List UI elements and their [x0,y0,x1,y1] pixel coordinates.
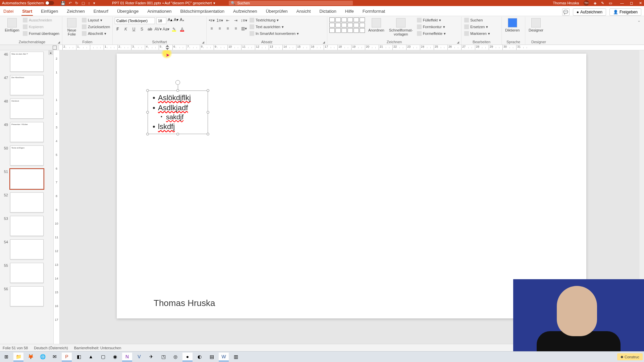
shapes-gallery[interactable] [329,17,365,33]
copy-button[interactable]: Kopieren [22,24,60,29]
window-icon[interactable]: ▭ [609,1,612,5]
strike-button[interactable]: ab [147,26,153,32]
shape-effects-button[interactable]: Formeffekte ▾ [416,31,447,36]
slide-thumbnail[interactable]: 51 [2,169,53,189]
collapse-ribbon-icon[interactable]: ⌄ [637,18,641,23]
shadow-button[interactable]: S [139,26,145,32]
obs-icon[interactable]: ◎ [170,353,180,361]
accessibility-status[interactable]: Barrierefreiheit: Untersuchen [73,346,121,350]
bullet-item[interactable]: sakdjf [161,113,205,122]
explorer-icon[interactable]: 📁 [13,353,23,361]
tab-selector[interactable] [53,46,57,50]
highlight-button[interactable]: ✎ [171,26,177,32]
shape-fill-button[interactable]: Fülleffekt ▾ [416,17,447,23]
comments-button[interactable]: 💬 [562,8,570,16]
app-icon[interactable]: ● [182,353,193,361]
slide-thumbnail[interactable]: 53 [2,216,53,236]
launcher-icon[interactable]: ◢ [323,41,325,44]
slide-thumbnail[interactable]: 50Texte einfügen [2,145,53,166]
shrink-font-icon[interactable]: A▾ [174,17,178,24]
app-icon[interactable]: ◧ [74,353,84,361]
share-button[interactable]: 👤 Freigeben [609,8,641,16]
slide-thumbnail[interactable]: 48Handout [2,99,53,119]
tab-transitions[interactable]: Übergänge [116,7,139,16]
visio-icon[interactable]: V [134,353,144,361]
undo-icon[interactable]: ↶ [69,1,72,5]
resize-handle[interactable] [176,133,179,135]
grow-font-icon[interactable]: A▴ [168,17,172,24]
resize-handle[interactable] [207,89,209,92]
launcher-icon[interactable]: ◢ [202,41,204,44]
align-right-button[interactable]: ≡ [225,25,231,32]
tab-record[interactable]: Aufzeichnen [232,7,258,16]
underline-button[interactable]: U [131,26,137,32]
text-direction-button[interactable]: Textrichtung ▾ [249,17,300,23]
bullet-item[interactable]: Asdlkjadf [153,103,205,113]
justify-button[interactable]: ≡ [233,25,239,32]
onenote-icon[interactable]: N [122,353,132,361]
user-name[interactable]: Thomas Hruska [553,1,579,5]
slide-thumbnail[interactable]: 47Der Abschluss [2,75,53,95]
vlc-icon[interactable]: ▲ [86,353,96,361]
slide-thumbnail[interactable]: 46Was ist dein Ziel ? [2,52,53,72]
paste-button[interactable]: Einfügen [4,17,20,33]
launcher-icon[interactable]: ◢ [58,41,60,44]
tab-view[interactable]: Ansicht [296,7,312,16]
maximize-icon[interactable]: ◻ [630,1,633,5]
save-icon[interactable]: 💾 [61,1,65,5]
align-center-button[interactable]: ≡ [217,25,223,32]
tab-start[interactable]: Start [21,7,33,16]
start-button[interactable]: ⊞ [1,353,11,361]
slide-thumbnail[interactable]: 54 [2,239,53,259]
align-left-button[interactable]: ≡ [209,25,215,32]
indent-button[interactable]: ⇥ [233,17,239,23]
text-box[interactable]: Aslökdjflkj Asdlkjadf sakdjf lskdfj [148,90,208,134]
qat-more-icon[interactable]: ▾ [93,1,95,5]
tab-dictation[interactable]: Dictation [319,7,337,16]
app-icon[interactable]: ◉ [110,353,120,361]
bold-button[interactable]: F [115,26,121,32]
word-icon[interactable]: W [219,353,229,361]
layout-button[interactable]: Layout ▾ [81,17,111,23]
tab-slideshow[interactable]: Bildschirmpräsentation [179,7,225,16]
telegram-icon[interactable]: ✈ [146,353,156,361]
resize-handle[interactable] [146,89,149,92]
shape-outline-button[interactable]: Formkontur ▾ [416,24,447,29]
tab-file[interactable]: Datei [3,7,14,16]
designer-button[interactable]: Designer [527,17,545,33]
redo-icon[interactable]: ↻ [75,1,78,5]
touch-mode-icon[interactable]: ↕ [88,1,90,5]
app-icon[interactable]: ◳ [158,353,168,361]
app-icon[interactable]: ▤ [207,353,217,361]
new-slide-button[interactable]: Neue Folie [64,17,79,37]
document-title[interactable]: PPT 01 Roter Faden 001.pptx • Auf "diese… [112,1,215,5]
font-color-button[interactable]: A [179,26,185,32]
app-icon[interactable]: ▥ [231,353,241,361]
quick-styles-button[interactable]: Schnellformat- vorlagen [388,17,414,37]
format-painter-button[interactable]: Format übertragen [22,31,60,36]
bullets-button[interactable]: •≡▾ [209,17,215,23]
construc-button[interactable]: ◆ Construc [617,353,643,360]
app-icon[interactable]: ▢ [98,353,108,361]
replace-button[interactable]: Ersetzen ▾ [464,24,491,29]
powerpoint-icon[interactable]: P [62,353,72,361]
bullet-item[interactable]: lskdfj [153,122,205,132]
bullet-item[interactable]: Aslökdjflkj [153,93,205,103]
resize-handle[interactable] [176,89,179,92]
firefox-icon[interactable]: 🦊 [25,353,36,361]
user-avatar[interactable]: TH [584,0,589,6]
record-button[interactable]: ● Aufzeichnen [573,8,606,16]
slide-thumbnail[interactable]: 56 [2,286,53,306]
autosave-toggle[interactable]: Automatisches Speichern [2,1,54,5]
section-button[interactable]: Abschnitt ▾ [81,31,111,36]
vertical-ruler[interactable]: 211234567891011121314151617 [54,50,60,355]
chrome-icon[interactable]: 🌐 [38,353,48,361]
scroll-up-icon[interactable]: ▴ [48,50,53,55]
horizontal-ruler[interactable]: 2112345678910111213141516171819202122232… [59,45,644,50]
slide-thumbnail[interactable]: 52 [2,192,53,213]
cut-button[interactable]: Ausschneiden [22,17,60,23]
slide-thumbnail[interactable]: 49Presenter / Klicker [2,122,53,142]
font-size-input[interactable] [156,17,166,24]
slide-canvas[interactable]: Aslökdjflkj Asdlkjadf sakdjf lskdfj Thom… [117,54,586,318]
launcher-icon[interactable]: ◢ [457,41,459,44]
